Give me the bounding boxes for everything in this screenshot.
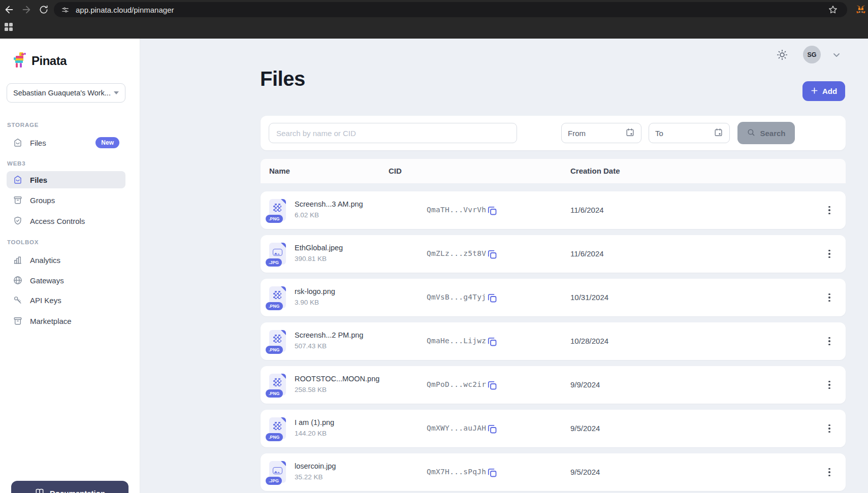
globe-icon xyxy=(13,275,23,285)
copy-cid-icon[interactable] xyxy=(486,292,498,304)
file-extension-badge: .PNG xyxy=(266,389,283,398)
file-name: Screensh...2 PM.png xyxy=(295,331,363,339)
row-menu-kebab-icon[interactable] xyxy=(824,377,835,392)
copy-cid-icon[interactable] xyxy=(486,336,498,348)
sidebar-item-access-controls[interactable]: Access Controls xyxy=(7,212,125,229)
file-cid: QmZLz...z5t8V xyxy=(427,249,486,257)
row-menu-kebab-icon[interactable] xyxy=(824,290,835,305)
sidebar-item-api-keys[interactable]: API Keys xyxy=(7,291,125,309)
file-type-icon: .PNG xyxy=(269,286,286,308)
add-button[interactable]: Add xyxy=(802,81,845,101)
pinata-logo-text: Pinata xyxy=(31,54,67,68)
table-row[interactable]: .JPG losercoin.jpg 35.22 KB QmX7H...sPqJ… xyxy=(261,453,846,491)
file-size: 258.58 KB xyxy=(295,386,327,393)
date-to-placeholder: To xyxy=(655,129,714,138)
sidebar-item-groups[interactable]: Groups xyxy=(7,191,125,209)
sidebar-item-label: Access Controls xyxy=(30,217,119,225)
bookmark-star-icon[interactable] xyxy=(828,5,838,16)
jpg-photo-glyph xyxy=(273,467,282,474)
pinata-logo[interactable]: Pinata xyxy=(13,51,67,71)
table-row[interactable]: .PNG I am (1).png 144.20 KB QmXWY...auJA… xyxy=(261,410,846,447)
table-row[interactable]: .JPG EthGlobal.jpeg 390.81 KB QmZLz...z5… xyxy=(261,235,846,273)
sidebar-item-label: Marketplace xyxy=(30,317,119,325)
copy-cid-icon[interactable] xyxy=(486,423,498,435)
browser-reload-button[interactable] xyxy=(37,3,51,17)
new-badge: New xyxy=(95,137,119,148)
sidebar-item-label: API Keys xyxy=(30,296,119,305)
calendar-icon[interactable] xyxy=(625,127,635,139)
copy-cid-icon[interactable] xyxy=(486,205,498,217)
documentation-button[interactable]: Documentation xyxy=(11,481,128,493)
account-chevron-down-icon[interactable] xyxy=(832,51,841,60)
file-cid: QmX7H...sPqJh xyxy=(427,468,486,476)
url-text: app.pinata.cloud/pinmanager xyxy=(76,6,174,14)
sidebar: Pinata Sebastian Guaqueta's Work... STOR… xyxy=(0,39,140,493)
workspace-selector[interactable]: Sebastian Guaqueta's Work... xyxy=(7,83,125,103)
table-row[interactable]: .PNG Screensh...3 AM.png 6.02 KB QmaTH..… xyxy=(261,191,846,229)
file-name: I am (1).png xyxy=(295,418,334,426)
table-row[interactable]: .PNG ROOTSTOC...MOON.png 258.58 KB QmPoD… xyxy=(261,366,846,404)
bar-chart-icon xyxy=(13,255,23,265)
file-cid: QmaTH...VvrVh xyxy=(427,206,486,214)
file-creation-date: 9/5/2024 xyxy=(570,468,600,476)
copy-cid-icon[interactable] xyxy=(486,379,498,391)
row-menu-kebab-icon[interactable] xyxy=(824,421,835,436)
file-type-icon: .JPG xyxy=(269,461,286,483)
browser-back-button[interactable] xyxy=(2,3,16,17)
search-button[interactable]: Search xyxy=(737,122,795,144)
sidebar-item-gateways[interactable]: Gateways xyxy=(7,272,125,289)
file-type-icon: .PNG xyxy=(269,199,286,221)
browser-chrome: app.pinata.cloud/pinmanager xyxy=(0,0,868,39)
row-menu-kebab-icon[interactable] xyxy=(824,334,835,349)
avatar[interactable]: SG xyxy=(803,46,821,63)
png-checker-glyph xyxy=(273,291,281,299)
search-input[interactable] xyxy=(269,123,517,143)
section-label-storage: STORAGE xyxy=(7,122,39,128)
file-extension-badge: .PNG xyxy=(266,346,283,354)
search-button-label: Search xyxy=(760,129,785,138)
file-name: Screensh...3 AM.png xyxy=(295,200,363,208)
file-creation-date: 10/31/2024 xyxy=(570,293,608,302)
file-name: EthGlobal.jpeg xyxy=(295,244,343,252)
column-header-name: Name xyxy=(269,167,290,175)
file-creation-date: 11/6/2024 xyxy=(570,206,604,214)
calendar-icon[interactable] xyxy=(714,127,723,139)
copy-cid-icon[interactable] xyxy=(486,467,498,479)
table-row[interactable]: .PNG Screensh...2 PM.png 507.43 KB QmaHe… xyxy=(261,322,846,360)
date-to-input[interactable]: To xyxy=(649,123,730,143)
png-checker-glyph xyxy=(273,204,281,212)
sidebar-item-files-web3[interactable]: Files xyxy=(7,171,125,188)
metamask-extension-icon[interactable] xyxy=(855,4,866,17)
theme-toggle-sun-icon[interactable] xyxy=(776,48,789,61)
file-extension-badge: .PNG xyxy=(266,215,283,223)
file-creation-date: 10/28/2024 xyxy=(570,337,608,345)
file-creation-date: 9/5/2024 xyxy=(570,424,600,433)
search-icon xyxy=(747,128,756,139)
row-menu-kebab-icon[interactable] xyxy=(824,465,835,480)
png-checker-glyph xyxy=(273,378,281,386)
date-from-input[interactable]: From xyxy=(561,123,641,143)
site-settings-icon[interactable] xyxy=(61,6,70,14)
sidebar-item-files-storage[interactable]: Files New xyxy=(7,134,125,151)
file-extension-badge: .JPG xyxy=(266,477,282,485)
column-header-cid: CID xyxy=(389,167,402,175)
copy-cid-icon[interactable] xyxy=(486,248,498,260)
address-bar[interactable]: app.pinata.cloud/pinmanager xyxy=(54,2,847,17)
chevron-down-icon xyxy=(114,91,119,94)
sidebar-item-marketplace[interactable]: Marketplace xyxy=(7,312,125,330)
avatar-initials: SG xyxy=(807,51,816,58)
browser-toolbar: app.pinata.cloud/pinmanager xyxy=(0,0,868,19)
file-creation-date: 9/9/2024 xyxy=(570,380,600,389)
tab-groups-grid-icon[interactable] xyxy=(5,23,13,31)
table-row[interactable]: .PNG rsk-logo.png 3.90 KB QmVsB...g4Tyj … xyxy=(261,279,846,316)
file-size: 6.02 KB xyxy=(295,211,319,219)
sidebar-item-analytics[interactable]: Analytics xyxy=(7,251,125,269)
row-menu-kebab-icon[interactable] xyxy=(824,203,835,218)
file-list: .PNG Screensh...3 AM.png 6.02 KB QmaTH..… xyxy=(261,191,846,493)
row-menu-kebab-icon[interactable] xyxy=(824,246,835,261)
book-icon xyxy=(35,487,45,493)
key-icon xyxy=(13,295,23,305)
sidebar-item-label: Files xyxy=(30,139,88,147)
shield-check-icon xyxy=(13,216,23,226)
browser-forward-button[interactable] xyxy=(19,3,34,17)
